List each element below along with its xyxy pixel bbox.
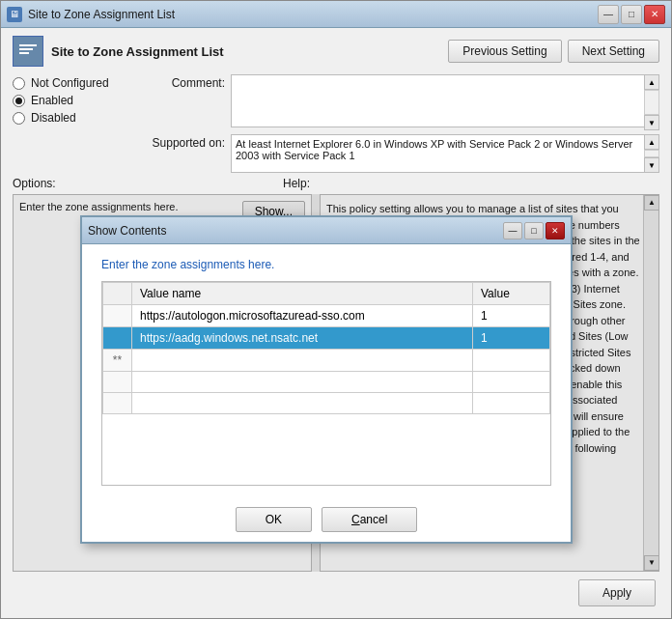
row-num-5 xyxy=(103,393,132,414)
header-title: Site to Zone Assignment List xyxy=(51,44,224,59)
show-contents-dialog: Show Contents — □ ✕ Enter the zone assig… xyxy=(80,215,573,544)
table-row[interactable]: https://autologon.microsoftazuread-sso.c… xyxy=(103,305,550,327)
dialog-table: Value name Value https://autologon.micro… xyxy=(102,282,550,414)
radio-disabled-circle xyxy=(13,112,25,125)
content-area: Site to Zone Assignment List Previous Se… xyxy=(1,28,671,618)
dialog-close-button[interactable]: ✕ xyxy=(546,222,565,239)
options-label: Options: xyxy=(13,177,283,190)
maximize-button[interactable]: □ xyxy=(621,5,642,24)
row-name-2[interactable]: https://aadg.windows.net.nsatc.net xyxy=(132,327,473,350)
radio-not-configured-circle xyxy=(13,77,25,90)
right-column: Comment: ▲ ▼ Supported on: At least Inte… xyxy=(148,74,659,173)
svg-rect-1 xyxy=(19,44,37,46)
bottom-panels: Enter the zone assignments here. Show...… xyxy=(13,194,659,572)
row-value-4 xyxy=(473,372,550,393)
row-value-2[interactable]: 1 xyxy=(473,327,550,350)
dialog-ok-button[interactable]: OK xyxy=(236,507,312,532)
supported-scroll-down[interactable]: ▼ xyxy=(644,157,659,173)
radio-enabled-label: Enabled xyxy=(31,94,73,107)
row-value-1[interactable]: 1 xyxy=(473,305,550,327)
dialog-overlay: Show Contents — □ ✕ Enter the zone assig… xyxy=(13,194,659,572)
comment-scroll-track xyxy=(644,90,659,115)
apply-button[interactable]: Apply xyxy=(578,579,656,606)
header-left: Site to Zone Assignment List xyxy=(13,36,224,67)
row-num-3: ** xyxy=(103,350,132,372)
dialog-title: Show Contents xyxy=(88,224,166,238)
title-bar-left: 🖥 Site to Zone Assignment List xyxy=(7,7,175,22)
comment-label: Comment: xyxy=(148,74,225,90)
svg-rect-0 xyxy=(16,40,40,63)
radio-enabled-circle xyxy=(13,95,25,107)
table-col-num xyxy=(103,283,132,305)
row-name-4 xyxy=(132,372,473,393)
table-row[interactable]: https://aadg.windows.net.nsatc.net 1 xyxy=(103,327,550,350)
table-row xyxy=(103,393,550,414)
dialog-minimize-button[interactable]: — xyxy=(503,222,522,239)
window-title: Site to Zone Assignment List xyxy=(28,8,175,21)
help-label: Help: xyxy=(283,177,310,190)
table-row[interactable]: ** xyxy=(103,350,550,372)
dialog-tb-controls: — □ ✕ xyxy=(503,222,565,239)
svg-rect-3 xyxy=(19,52,29,54)
dialog-footer: OK Cancel xyxy=(82,499,571,542)
header-section: Site to Zone Assignment List Previous Se… xyxy=(13,36,659,67)
dialog-title-bar: Show Contents — □ ✕ xyxy=(82,217,571,244)
row-value-5 xyxy=(473,393,550,414)
comment-textarea[interactable] xyxy=(231,74,659,127)
main-body: Not Configured Enabled Disabled Comment: xyxy=(13,74,659,173)
next-setting-button[interactable]: Next Setting xyxy=(568,40,659,63)
header-buttons: Previous Setting Next Setting xyxy=(448,40,659,63)
comment-scroll-up[interactable]: ▲ xyxy=(644,74,659,90)
previous-setting-button[interactable]: Previous Setting xyxy=(448,40,561,63)
supported-text: At least Internet Explorer 6.0 in Window… xyxy=(231,134,659,173)
radio-disabled-label: Disabled xyxy=(31,111,76,125)
radio-not-configured-label: Not Configured xyxy=(31,76,109,90)
title-bar: 🖥 Site to Zone Assignment List — □ ✕ xyxy=(1,1,671,28)
dialog-body: Enter the zone assignments here. Value n… xyxy=(82,244,571,499)
cancel-label: Cancel xyxy=(351,513,387,526)
comment-row: Comment: ▲ ▼ xyxy=(148,74,659,130)
supported-scroll-up[interactable]: ▲ xyxy=(644,134,659,150)
footer-row: Apply xyxy=(13,572,659,610)
dialog-table-container: Value name Value https://autologon.micro… xyxy=(101,281,551,486)
row-num-4 xyxy=(103,372,132,393)
minimize-button[interactable]: — xyxy=(598,5,619,24)
dialog-cancel-button[interactable]: Cancel xyxy=(322,507,417,532)
row-name-5 xyxy=(132,393,473,414)
svg-rect-2 xyxy=(19,48,33,50)
table-col-name: Value name xyxy=(132,283,473,305)
close-button[interactable]: ✕ xyxy=(644,5,665,24)
supported-row: Supported on: At least Internet Explorer… xyxy=(148,134,659,173)
main-window: 🖥 Site to Zone Assignment List — □ ✕ xyxy=(0,0,672,619)
row-value-3[interactable] xyxy=(473,350,550,372)
radio-disabled[interactable]: Disabled xyxy=(13,109,138,127)
comment-scroll-down[interactable]: ▼ xyxy=(644,115,659,130)
radio-enabled[interactable]: Enabled xyxy=(13,92,138,109)
options-help-row: Options: Help: xyxy=(13,177,659,190)
row-num-2 xyxy=(103,327,132,350)
row-num-1 xyxy=(103,305,132,327)
title-bar-controls: — □ ✕ xyxy=(598,5,665,24)
dialog-maximize-button[interactable]: □ xyxy=(524,222,544,239)
window-icon: 🖥 xyxy=(7,7,22,22)
header-icon xyxy=(13,36,43,67)
supported-scroll-track xyxy=(644,150,659,157)
supported-label: Supported on: xyxy=(148,134,225,150)
row-name-3[interactable] xyxy=(132,350,473,372)
table-row xyxy=(103,372,550,393)
radio-not-configured[interactable]: Not Configured xyxy=(13,74,138,92)
row-name-1[interactable]: https://autologon.microsoftazuread-sso.c… xyxy=(132,305,473,327)
table-col-value: Value xyxy=(473,283,550,305)
radio-column: Not Configured Enabled Disabled xyxy=(13,74,138,173)
dialog-instructions: Enter the zone assignments here. xyxy=(101,258,551,271)
